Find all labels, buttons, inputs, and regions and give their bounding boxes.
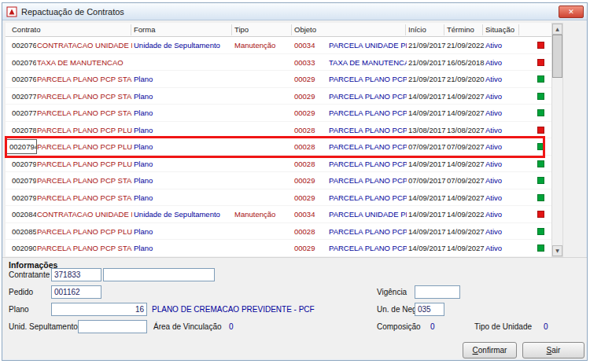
- column-header-situacao[interactable]: Situação: [485, 23, 514, 36]
- cell-obj_num: 00034: [294, 37, 327, 53]
- confirmar-button[interactable]: Confirmar: [463, 342, 517, 358]
- status-indicator-green: [537, 143, 544, 150]
- cell-num: 0020798: [12, 172, 36, 189]
- cell-situacao: Ativo: [485, 54, 517, 71]
- cell-inicio: 14/09/2017: [408, 206, 447, 222]
- un-neg-label: Un. de Neg.: [377, 305, 419, 314]
- cell-obj_desc: PARCELA PLANO PCP STA: [329, 172, 407, 189]
- header-separator: [231, 24, 232, 35]
- contratante-name-input[interactable]: [103, 268, 215, 281]
- table-row-0020772[interactable]: 0020772PARCELA PLANO PCP STANIPlano00029…: [6, 105, 551, 122]
- un-neg-input[interactable]: 035: [415, 303, 444, 316]
- cell-termino: 14/09/2027: [447, 105, 485, 121]
- header-separator: [444, 24, 444, 35]
- cell-num: 0020852: [12, 223, 36, 240]
- table-row-0020798[interactable]: 0020798PARCELA PLANO PCP STANIPlano00029…: [6, 172, 551, 189]
- cell-situacao: Ativo: [485, 189, 517, 206]
- scroll-up-icon[interactable]: ▲: [552, 24, 562, 35]
- cell-inicio: 21/09/2017: [408, 37, 447, 53]
- cell-forma: Unidade de Sepultamento: [134, 206, 232, 222]
- window-title: Repactuação de Contratos: [21, 7, 124, 17]
- table-row-0020761[interactable]: 0020761TAXA DE MANUTENCAO00033TAXA DE MA…: [6, 54, 551, 72]
- cell-situacao: Ativo: [485, 156, 517, 172]
- cell-obj_num: 00028: [294, 122, 327, 138]
- cell-obj_num: 00029: [294, 240, 327, 256]
- cell-inicio: 13/08/2017: [408, 122, 447, 138]
- scrollbar-thumb[interactable]: [552, 35, 562, 78]
- unid-sepultamento-input[interactable]: [78, 320, 147, 333]
- table-row-0020852[interactable]: 0020852PARCELA PLANO PCP PLUSPlano00028P…: [6, 223, 551, 241]
- table-row-0020760[interactable]: 0020760CONTRATACAO UNIDADE PUnidade de S…: [6, 37, 551, 54]
- cell-obj_desc: PARCELA UNIDADE PERP: [329, 206, 407, 222]
- contracts-table: ContratoFormaTipoObjetoInícioTérminoSitu…: [6, 23, 563, 257]
- table-row-0020799[interactable]: 0020799PARCELA PLANO PCP STANIPlano00029…: [6, 189, 551, 207]
- cell-obj_num: 00028: [294, 223, 327, 240]
- cell-obj_desc: PARCELA PLANO PCP PLU: [329, 138, 407, 155]
- cell-forma: Unidade de Sepultamento: [134, 37, 232, 53]
- column-header-inicio[interactable]: Início: [408, 23, 426, 36]
- header-separator: [482, 24, 483, 35]
- status-indicator-green: [537, 194, 544, 201]
- column-header-forma[interactable]: Forma: [134, 23, 155, 36]
- confirmar-accel: C: [473, 346, 478, 355]
- contratante-input[interactable]: 371833: [51, 268, 101, 281]
- pedido-input[interactable]: 001162: [51, 285, 101, 299]
- plano-input[interactable]: 16: [51, 303, 147, 316]
- cell-forma: Plano: [134, 105, 232, 121]
- column-header-tipo[interactable]: Tipo: [234, 23, 249, 36]
- cell-num: 0020772: [12, 105, 36, 121]
- table-row-0020797[interactable]: 0020797PARCELA PLANO PCP PLUSPlano00028P…: [6, 156, 551, 173]
- cell-desc: PARCELA PLANO PCP PLUS: [37, 156, 132, 172]
- cell-obj_num: 00028: [294, 156, 327, 172]
- composicao-label: Composição: [377, 322, 421, 331]
- header-separator: [291, 24, 292, 35]
- table-row-0020794[interactable]: 0020794PARCELA PLANO PCP PLUSPlano00028P…: [6, 138, 551, 156]
- table-row-0020769[interactable]: 0020769PARCELA PLANO PCP STANIPlano00029…: [6, 71, 551, 88]
- cell-num-editor[interactable]: 0020794: [6, 139, 37, 154]
- cell-obj_num: 00028: [294, 138, 327, 155]
- titlebar[interactable]: Repactuação de Contratos ✕: [2, 3, 587, 20]
- vigencia-input[interactable]: [415, 285, 460, 299]
- cell-situacao: Ativo: [485, 71, 517, 87]
- cell-obj_num: 00029: [294, 189, 327, 206]
- status-indicator-green: [537, 109, 544, 116]
- cell-inicio: 14/09/2017: [408, 156, 447, 172]
- composicao-value: 0: [430, 322, 435, 331]
- close-button[interactable]: ✕: [559, 6, 584, 18]
- status-indicator-red: [537, 59, 544, 66]
- sair-button[interactable]: Sair: [522, 342, 584, 358]
- cell-desc: PARCELA PLANO PCP STANI: [37, 71, 132, 87]
- repactuacao-dialog: Repactuação de Contratos ✕ ContratoForma…: [2, 2, 588, 361]
- cell-num: 0020782: [12, 122, 36, 138]
- cell-inicio: 14/09/2017: [408, 88, 447, 105]
- cell-forma: Plano: [134, 189, 232, 206]
- cell-obj_desc: PARCELA PLANO PCP STA: [329, 88, 407, 105]
- column-header-objeto[interactable]: Objeto: [294, 23, 316, 36]
- cell-termino: 14/09/2027: [447, 156, 485, 172]
- cell-obj_desc: PARCELA PLANO PCP PLU: [329, 122, 407, 138]
- cell-forma: Plano: [134, 138, 232, 155]
- cell-inicio: 21/09/2017: [408, 54, 447, 71]
- vigencia-label: Vigência: [377, 288, 407, 296]
- cell-termino: 14/09/2027: [447, 240, 485, 256]
- table-row-0020771[interactable]: 0020771PARCELA PLANO PCP STANIPlano00029…: [6, 88, 551, 105]
- cell-inicio: 07/09/2017: [408, 172, 447, 189]
- vertical-scrollbar[interactable]: ▲ ▼: [551, 23, 563, 257]
- table-row-0020906[interactable]: 0020906PARCELA PLANO PCP STANIPlano00029…: [6, 240, 551, 257]
- area-vinculacao-label: Área de Vinculação: [153, 322, 222, 331]
- cell-obj_num: 00029: [294, 172, 327, 189]
- scroll-down-icon[interactable]: ▼: [552, 245, 562, 256]
- cell-termino: 14/09/2027: [447, 223, 485, 240]
- confirmar-rest: onfirmar: [478, 346, 507, 355]
- cell-num: 0020844: [12, 206, 36, 222]
- status-indicator-red: [537, 42, 544, 49]
- table-row-0020782[interactable]: 0020782PARCELA PLANO PCP PLUSPlano00028P…: [6, 122, 551, 139]
- cell-forma: Plano: [134, 88, 232, 105]
- column-header-termino[interactable]: Término: [447, 23, 474, 36]
- cell-termino: 07/09/2027: [447, 138, 485, 155]
- column-header-contrato[interactable]: Contrato: [12, 23, 40, 36]
- cell-desc: PARCELA PLANO PCP STANI: [37, 189, 132, 206]
- cell-termino: 21/09/2022: [447, 37, 485, 53]
- table-row-0020844[interactable]: 0020844CONTRATACAO UNIDADE PUnidade de S…: [6, 206, 551, 223]
- status-indicator-green: [537, 177, 544, 184]
